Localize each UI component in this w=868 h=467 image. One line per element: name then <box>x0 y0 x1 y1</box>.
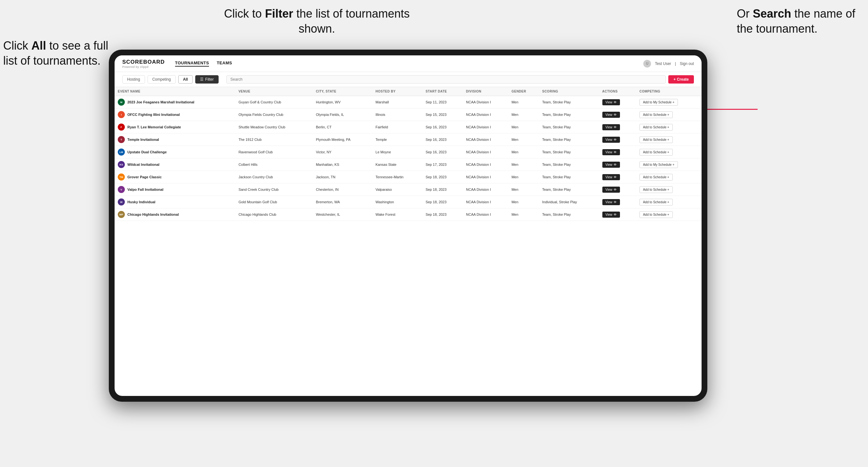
add-label-2: Add to Schedule + <box>643 125 669 129</box>
table-row: F Ryan T. Lee Memorial Collegiate Shuttl… <box>115 121 702 133</box>
cell-venue-2: Shuttle Meadow Country Club <box>235 121 313 133</box>
cell-city-1: Olympia Fields, IL <box>313 108 372 121</box>
cell-actions-8: View 👁 <box>599 196 636 208</box>
cell-event-6: TM Grover Page Classic <box>115 171 235 183</box>
cell-scoring-8: Individual, Stroke Play <box>539 196 599 208</box>
app-logo-sub: Powered by clippd <box>122 65 165 68</box>
view-button-7[interactable]: View 👁 <box>602 187 620 193</box>
cell-competing-3: Add to Schedule + <box>636 133 702 146</box>
cell-scoring-7: Team, Stroke Play <box>539 183 599 196</box>
cell-date-7: Sep 18, 2023 <box>423 183 463 196</box>
nav-teams[interactable]: TEAMS <box>217 61 232 67</box>
table-row: T Temple Invitational The 1912 Club Plym… <box>115 133 702 146</box>
signout-link[interactable]: Sign out <box>680 61 694 66</box>
add-label-6: Add to Schedule + <box>643 176 669 179</box>
cell-date-0: Sep 11, 2023 <box>423 96 463 108</box>
cell-actions-6: View 👁 <box>599 171 636 183</box>
nav-links: TOURNAMENTS TEAMS <box>175 61 643 67</box>
cell-venue-4: Ravenwood Golf Club <box>235 146 313 158</box>
cell-gender-4: Men <box>508 146 539 158</box>
cell-competing-1: Add to Schedule + <box>636 108 702 121</box>
add-schedule-button-4[interactable]: Add to Schedule + <box>640 149 673 156</box>
table-row: V Valpo Fall Invitational Sand Creek Cou… <box>115 183 702 196</box>
add-schedule-button-5[interactable]: Add to My Schedule + <box>640 161 678 168</box>
add-schedule-button-7[interactable]: Add to Schedule + <box>640 186 673 193</box>
eye-icon-6: 👁 <box>614 176 617 179</box>
cell-scoring-2: Team, Stroke Play <box>539 121 599 133</box>
cell-scoring-9: Team, Stroke Play <box>539 208 599 221</box>
view-button-8[interactable]: View 👁 <box>602 199 620 205</box>
cell-division-3: NCAA Division I <box>463 133 508 146</box>
add-schedule-button-3[interactable]: Add to Schedule + <box>640 136 673 143</box>
cell-event-3: T Temple Invitational <box>115 133 235 146</box>
event-name-1: OFCC Fighting Illini Invitational <box>127 113 180 117</box>
cell-competing-6: Add to Schedule + <box>636 171 702 183</box>
add-schedule-button-6[interactable]: Add to Schedule + <box>640 174 673 181</box>
eye-icon-4: 👁 <box>614 150 617 154</box>
add-schedule-button-2[interactable]: Add to Schedule + <box>640 124 673 131</box>
cell-hosted-0: Marshall <box>372 96 422 108</box>
cell-gender-0: Men <box>508 96 539 108</box>
cell-event-7: V Valpo Fall Invitational <box>115 183 235 196</box>
view-label-5: View <box>606 163 613 166</box>
tab-competing[interactable]: Competing <box>148 75 176 84</box>
cell-city-3: Plymouth Meeting, PA <box>313 133 372 146</box>
table-row: I OFCC Fighting Illini Invitational Olym… <box>115 108 702 121</box>
view-button-3[interactable]: View 👁 <box>602 137 620 143</box>
cell-hosted-4: Le Moyne <box>372 146 422 158</box>
cell-date-9: Sep 18, 2023 <box>423 208 463 221</box>
cell-city-2: Berlin, CT <box>313 121 372 133</box>
event-name-3: Temple Invitational <box>127 137 159 142</box>
eye-icon-2: 👁 <box>614 125 617 129</box>
filter-button[interactable]: ☰ Filter <box>195 75 219 84</box>
cell-hosted-6: Tennessee-Martin <box>372 171 422 183</box>
header-right: U Test User | Sign out <box>643 60 694 67</box>
table-header-row: EVENT NAME VENUE CITY, STATE HOSTED BY S… <box>115 87 702 96</box>
filter-icon: ☰ <box>200 77 204 82</box>
cell-event-2: F Ryan T. Lee Memorial Collegiate <box>115 121 235 133</box>
view-button-5[interactable]: View 👁 <box>602 162 620 168</box>
eye-icon-3: 👁 <box>614 138 617 142</box>
tab-all[interactable]: All <box>178 75 193 84</box>
col-city: CITY, STATE <box>313 87 372 96</box>
team-logo-2: F <box>118 124 125 131</box>
cell-division-2: NCAA Division I <box>463 121 508 133</box>
cell-actions-7: View 👁 <box>599 183 636 196</box>
add-schedule-button-0[interactable]: Add to My Schedule + <box>640 99 678 105</box>
add-label-1: Add to Schedule + <box>643 113 669 117</box>
cell-date-8: Sep 18, 2023 <box>423 196 463 208</box>
view-button-4[interactable]: View 👁 <box>602 149 620 155</box>
view-button-0[interactable]: View 👁 <box>602 99 620 105</box>
add-schedule-button-9[interactable]: Add to Schedule + <box>640 211 673 218</box>
eye-icon-7: 👁 <box>614 188 617 191</box>
eye-icon-0: 👁 <box>614 100 617 104</box>
cell-date-6: Sep 18, 2023 <box>423 171 463 183</box>
view-label-0: View <box>606 100 613 104</box>
cell-hosted-2: Fairfield <box>372 121 422 133</box>
event-name-4: Upstate Dual Challenge <box>127 150 167 154</box>
view-button-2[interactable]: View 👁 <box>602 124 620 130</box>
col-hosted: HOSTED BY <box>372 87 422 96</box>
eye-icon-1: 👁 <box>614 113 617 117</box>
header-separator: | <box>675 61 676 66</box>
eye-icon-9: 👁 <box>614 213 617 216</box>
tournaments-table-container: EVENT NAME VENUE CITY, STATE HOSTED BY S… <box>115 87 702 396</box>
view-button-6[interactable]: View 👁 <box>602 174 620 180</box>
view-button-9[interactable]: View 👁 <box>602 212 620 218</box>
view-button-1[interactable]: View 👁 <box>602 112 620 118</box>
col-actions: ACTIONS <box>599 87 636 96</box>
add-schedule-button-1[interactable]: Add to Schedule + <box>640 112 673 118</box>
cell-date-3: Sep 16, 2023 <box>423 133 463 146</box>
user-avatar: U <box>643 60 651 67</box>
cell-scoring-0: Team, Stroke Play <box>539 96 599 108</box>
search-input[interactable] <box>226 75 666 84</box>
cell-city-5: Manhattan, KS <box>313 158 372 171</box>
create-button[interactable]: + Create <box>668 75 694 84</box>
nav-tournaments[interactable]: TOURNAMENTS <box>175 61 209 67</box>
team-logo-4: LM <box>118 149 125 156</box>
tab-hosting[interactable]: Hosting <box>122 75 145 84</box>
team-logo-0: M <box>118 99 125 105</box>
app-header: SCOREBOARD Powered by clippd TOURNAMENTS… <box>115 55 702 72</box>
add-schedule-button-8[interactable]: Add to Schedule + <box>640 199 673 206</box>
view-label-6: View <box>606 176 613 179</box>
